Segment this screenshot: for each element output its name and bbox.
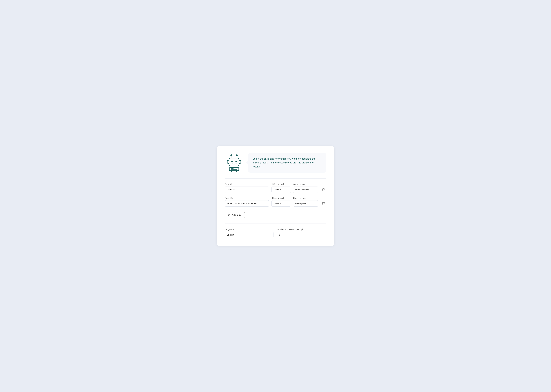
topic-row-1: Topic #1: Difficulty level: Question typ…: [225, 183, 326, 193]
svg-point-3: [236, 154, 237, 156]
topic-1-labels: Topic #1: Difficulty level: Question typ…: [225, 183, 326, 185]
bottom-inputs: English Spanish French German ⌄ 3 5 10 1…: [225, 232, 326, 238]
topic-2-qtype-select[interactable]: Mutliple choice Descriptive True/False: [293, 200, 318, 207]
divider-top: [225, 178, 326, 179]
speech-bubble: Select the skills and knowledge you want…: [248, 153, 326, 173]
topic-1-qtype-select[interactable]: Mutliple choice Descriptive True/False: [293, 187, 318, 193]
svg-rect-4: [229, 158, 239, 166]
plus-circle-icon: ⊕: [228, 213, 230, 217]
divider-bottom: [225, 224, 326, 224]
topic-1-inputs: Medium Easy Hard ⌄ Mutliple choice Descr…: [225, 187, 326, 193]
topic-2-qtype-wrapper: Mutliple choice Descriptive True/False ⌄: [293, 200, 318, 207]
main-card: Select the skills and knowledge you want…: [217, 146, 334, 246]
topic-1-qtype-label: Question type:: [293, 183, 326, 185]
topic-1-difficulty-select[interactable]: Medium Easy Hard: [272, 187, 291, 193]
num-questions-select[interactable]: 3 5 10 15: [277, 232, 326, 238]
topic-1-delete-button[interactable]: [321, 187, 326, 193]
speech-text: Select the skills and knowledge you want…: [252, 157, 322, 169]
topic-2-difficulty-wrapper: Medium Easy Hard ⌄: [272, 200, 291, 207]
topic-1-text-input[interactable]: [225, 187, 269, 193]
add-topic-button[interactable]: ⊕ Add topic: [225, 212, 245, 218]
topic-1-label: Topic #1:: [225, 183, 269, 185]
robot-illustration: [225, 153, 243, 172]
num-questions-select-wrapper: 3 5 10 15 ⌄: [277, 232, 326, 238]
topic-2-text-input[interactable]: [225, 200, 269, 207]
language-label: Language:: [225, 228, 273, 231]
topic-2-labels: Topic #2: Difficulty level: Question typ…: [225, 197, 326, 199]
svg-point-5: [231, 161, 233, 162]
bottom-labels: Language: Number of questions per topic:: [225, 228, 326, 231]
language-select-wrapper: English Spanish French German ⌄: [225, 232, 273, 238]
topic-2-label: Topic #2:: [225, 197, 269, 199]
header-section: Select the skills and knowledge you want…: [225, 153, 326, 173]
language-select[interactable]: English Spanish French German: [225, 232, 273, 238]
topic-2-delete-button[interactable]: [321, 201, 326, 206]
svg-point-6: [236, 161, 237, 162]
topic-2-difficulty-label: Difficulty level:: [272, 197, 291, 199]
topic-2-qtype-label: Question type:: [293, 197, 326, 199]
trash-icon: [322, 202, 325, 205]
topics-section: Topic #1: Difficulty level: Question typ…: [225, 183, 326, 207]
svg-point-2: [231, 154, 232, 156]
add-topic-label: Add topic: [232, 214, 242, 216]
topic-row-2: Topic #2: Difficulty level: Question typ…: [225, 197, 326, 207]
topic-1-difficulty-wrapper: Medium Easy Hard ⌄: [272, 187, 291, 193]
svg-rect-7: [227, 160, 229, 163]
svg-rect-10: [229, 168, 239, 171]
topic-1-difficulty-label: Difficulty level:: [272, 183, 291, 185]
trash-icon: [322, 188, 325, 191]
svg-rect-8: [239, 160, 241, 163]
topic-1-qtype-wrapper: Mutliple choice Descriptive True/False ⌄: [293, 187, 318, 193]
num-questions-label: Number of questions per topic:: [277, 228, 326, 231]
topic-2-difficulty-select[interactable]: Medium Easy Hard: [272, 200, 291, 207]
bottom-section: Language: Number of questions per topic:…: [225, 228, 326, 238]
topic-2-inputs: Medium Easy Hard ⌄ Mutliple choice Descr…: [225, 200, 326, 207]
